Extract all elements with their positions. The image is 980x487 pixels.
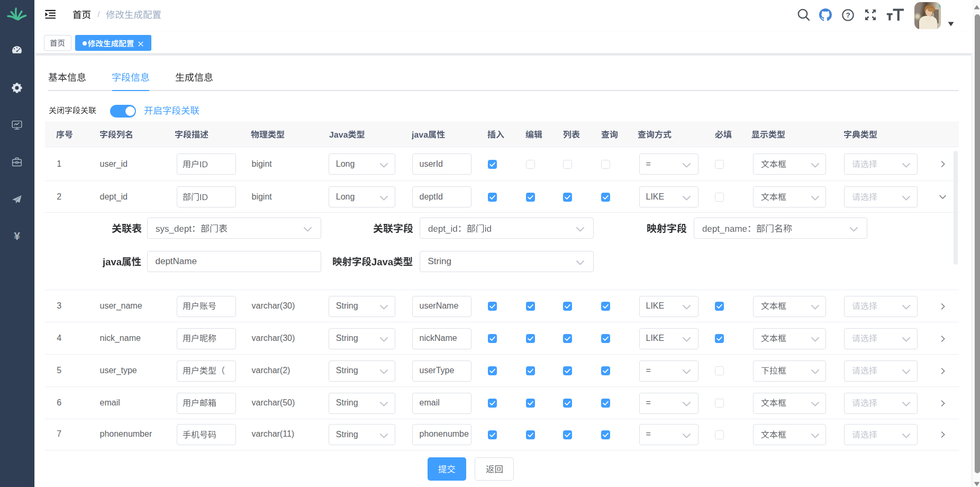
svg-text:?: ? [846,11,850,19]
